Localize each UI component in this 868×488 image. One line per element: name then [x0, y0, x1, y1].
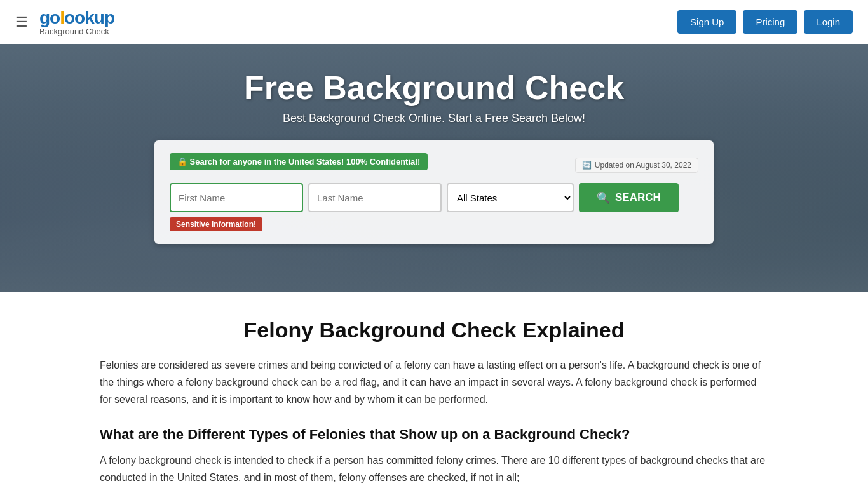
hero-section: Free Background Check Best Background Ch…: [0, 44, 868, 292]
hero-content: Free Background Check Best Background Ch…: [0, 69, 868, 244]
logo-text: golookup: [39, 8, 114, 28]
sensitive-badge: Sensitive Information!: [170, 217, 262, 231]
hero-title: Free Background Check: [244, 69, 624, 107]
logo-ookup: ookup: [64, 8, 114, 27]
pricing-button[interactable]: Pricing: [743, 10, 797, 34]
hamburger-menu-icon[interactable]: ☰: [15, 14, 28, 30]
refresh-icon: 🔄: [582, 161, 592, 170]
intro-paragraph: Felonies are considered as severe crimes…: [100, 356, 768, 409]
types-paragraph: A felony background check is intended to…: [100, 452, 768, 486]
header-nav: Sign Up Pricing Login: [677, 10, 853, 34]
logo-go: go: [39, 8, 60, 27]
updated-badge: 🔄 Updated on August 30, 2022: [575, 158, 698, 173]
logo: golookup Background Check: [39, 8, 114, 36]
first-name-input[interactable]: [170, 183, 303, 212]
section-title: Felony Background Check Explained: [100, 318, 768, 342]
login-button[interactable]: Login: [804, 10, 853, 34]
site-header: ☰ golookup Background Check Sign Up Pric…: [0, 0, 868, 44]
logo-subtitle: Background Check: [39, 27, 114, 36]
search-label: SEARCH: [615, 191, 661, 204]
header-left: ☰ golookup Background Check: [15, 8, 114, 36]
search-button[interactable]: 🔍 SEARCH: [579, 183, 679, 212]
hero-subtitle: Best Background Check Online. Start a Fr…: [283, 112, 585, 125]
search-box: 🔒 Search for anyone in the United States…: [154, 140, 714, 244]
updated-text: Updated on August 30, 2022: [595, 161, 691, 170]
search-icon: 🔍: [597, 191, 610, 205]
signup-button[interactable]: Sign Up: [677, 10, 736, 34]
state-select[interactable]: All StatesAlabamaAlaskaArizonaArkansasCa…: [447, 183, 574, 212]
search-banner: 🔒 Search for anyone in the United States…: [170, 153, 428, 170]
subsection-title: What are the Different Types of Felonies…: [100, 426, 768, 443]
main-content: Felony Background Check Explained Feloni…: [85, 292, 783, 488]
logo-eye: l: [60, 8, 64, 27]
last-name-input[interactable]: [308, 183, 442, 212]
search-top-row: 🔒 Search for anyone in the United States…: [170, 153, 698, 177]
search-inputs: All StatesAlabamaAlaskaArizonaArkansasCa…: [170, 183, 698, 212]
